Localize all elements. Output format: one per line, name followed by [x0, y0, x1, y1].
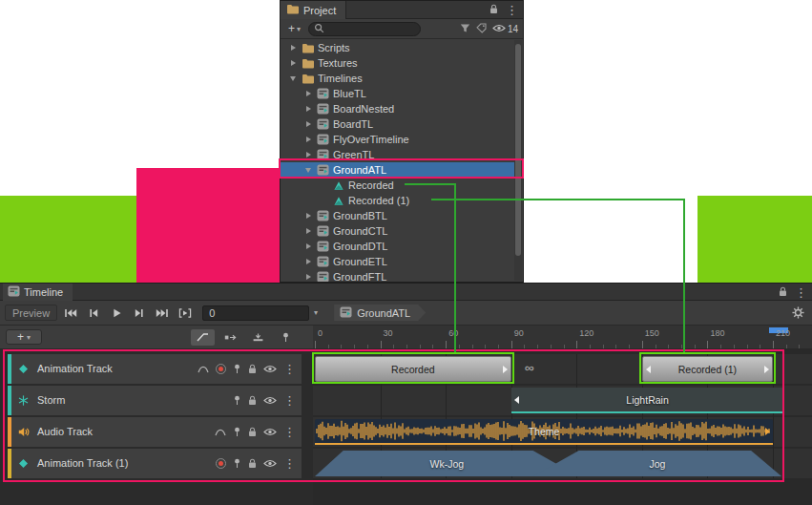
kebab-menu-icon[interactable]: ⋮ — [506, 4, 518, 16]
eye-icon[interactable] — [263, 396, 277, 405]
pin-icon[interactable] — [233, 458, 241, 469]
expand-arrow[interactable] — [303, 91, 313, 96]
frame-field[interactable]: 0 — [202, 305, 309, 321]
tree-item-boardnested[interactable]: BoardNested — [281, 101, 514, 116]
lock-icon[interactable] — [248, 395, 257, 406]
track-header-animation-track[interactable]: Animation Track⋮ — [8, 354, 302, 384]
tree-item-boardtl[interactable]: BoardTL — [281, 116, 514, 132]
marker-pin-button[interactable] — [274, 329, 298, 346]
tree-item-recorded-1[interactable]: Recorded (1) — [281, 193, 514, 208]
play-range-button[interactable] — [174, 305, 197, 322]
collapse-arrow[interactable] — [303, 168, 313, 173]
clip-recorded[interactable]: Recorded — [315, 356, 511, 382]
tree-item-groundftl[interactable]: GroundFTL — [281, 269, 514, 282]
mix-mode-button[interactable] — [191, 329, 215, 346]
ruler-tick — [576, 341, 577, 348]
expand-arrow[interactable] — [303, 213, 313, 219]
time-ruler[interactable]: 0306090120150180210 — [313, 326, 812, 349]
clip-recorded-1[interactable]: Recorded (1) — [642, 356, 773, 382]
previous-frame-button[interactable] — [82, 305, 105, 322]
go-to-start-button[interactable] — [59, 305, 82, 322]
search-by-label-icon[interactable] — [476, 23, 487, 35]
expand-arrow[interactable] — [288, 60, 298, 66]
eye-icon[interactable] — [263, 365, 277, 373]
tree-item-scripts[interactable]: Scripts — [281, 40, 514, 55]
kebab-menu-icon[interactable]: ⋮ — [283, 426, 296, 438]
add-track-button[interactable]: + ▾ — [6, 329, 42, 345]
track-header-storm[interactable]: Storm⋮ — [8, 386, 302, 415]
clip-theme[interactable]: Theme — [315, 419, 773, 445]
go-to-end-button[interactable] — [151, 305, 174, 322]
next-frame-button[interactable] — [128, 305, 151, 322]
timeline-asset-icon — [340, 306, 352, 320]
tree-item-recorded[interactable]: Recorded — [281, 178, 514, 193]
expand-arrow[interactable] — [303, 259, 313, 264]
tree-item-timelines[interactable]: Timelines — [281, 71, 514, 86]
ruler-label: 210 — [776, 328, 790, 338]
pin-icon[interactable] — [233, 395, 241, 406]
kebab-menu-icon[interactable]: ⋮ — [283, 363, 296, 375]
track-header-animation-track-1[interactable]: Animation Track (1)⋮ — [8, 449, 302, 478]
tree-item-greentl[interactable]: GreenTL — [281, 147, 514, 162]
record-icon[interactable] — [216, 458, 226, 469]
kebab-menu-icon[interactable]: ⋮ — [283, 394, 296, 407]
tree-item-grounddtl[interactable]: GroundDTL — [281, 239, 514, 254]
expand-arrow[interactable] — [303, 137, 313, 142]
scrollbar-thumb[interactable] — [515, 44, 521, 256]
kebab-menu-icon[interactable]: ⋮ — [795, 286, 807, 299]
tree-item-groundatl[interactable]: GroundATL — [281, 162, 514, 178]
pin-icon[interactable] — [233, 364, 241, 374]
timeline-icon — [316, 134, 330, 146]
tree-item-flyovertimeline[interactable]: FlyOverTimeline — [281, 132, 514, 147]
expand-arrow[interactable] — [303, 152, 313, 158]
replace-mode-button[interactable] — [246, 329, 270, 346]
eye-icon[interactable] — [263, 428, 277, 436]
expand-arrow[interactable] — [303, 121, 313, 127]
clip-jog[interactable]: Jog — [533, 451, 782, 476]
record-icon[interactable] — [216, 364, 226, 374]
lock-icon[interactable] — [489, 4, 498, 16]
lock-icon[interactable] — [248, 427, 257, 437]
tree-item-groundetl[interactable]: GroundETL — [281, 254, 514, 269]
kebab-menu-icon[interactable]: ⋮ — [283, 457, 296, 470]
lock-icon[interactable] — [779, 286, 787, 299]
ripple-mode-button[interactable] — [219, 329, 242, 346]
ruler-tick — [393, 345, 394, 348]
ruler-tick — [498, 345, 499, 348]
ruler-tick — [603, 345, 604, 348]
pin-icon[interactable] — [233, 427, 241, 437]
expand-arrow[interactable] — [303, 243, 313, 249]
tree-item-label: Recorded — [348, 179, 394, 191]
tab-timeline[interactable]: Timeline — [3, 284, 73, 301]
tree-item-groundbtl[interactable]: GroundBTL — [281, 208, 514, 223]
clip-lightrain[interactable]: LightRain — [511, 388, 784, 413]
tree-item-bluetl[interactable]: BlueTL — [281, 86, 514, 101]
preview-button[interactable]: Preview — [5, 305, 57, 321]
collapse-arrow[interactable] — [288, 76, 298, 81]
search-box[interactable] — [308, 22, 421, 36]
add-asset-button[interactable]: + ▾ — [285, 22, 303, 35]
track-header-audio-track[interactable]: Audio Track⋮ — [8, 417, 302, 447]
eye-icon[interactable] — [263, 459, 277, 468]
expand-arrow[interactable] — [303, 274, 313, 280]
search-input[interactable] — [327, 24, 411, 34]
curves-icon[interactable] — [198, 365, 209, 373]
project-scrollbar[interactable] — [514, 40, 522, 281]
tree-item-textures[interactable]: Textures — [281, 55, 514, 71]
lock-icon[interactable] — [248, 458, 257, 469]
expand-arrow[interactable] — [303, 106, 313, 112]
right-trim-arrow — [765, 428, 770, 435]
breadcrumb[interactable]: GroundATL — [334, 305, 426, 321]
tree-item-groundctl[interactable]: GroundCTL — [281, 223, 514, 239]
tab-project[interactable]: Project — [281, 1, 346, 19]
expand-arrow[interactable] — [288, 45, 298, 51]
lock-icon[interactable] — [248, 364, 257, 374]
expand-arrow[interactable] — [303, 228, 313, 234]
frame-dropdown[interactable]: ▾ — [309, 308, 323, 317]
settings-gear-icon[interactable] — [792, 306, 804, 319]
curves-icon[interactable] — [215, 428, 226, 436]
hidden-count-toggle[interactable]: 14 — [492, 24, 518, 34]
play-button[interactable] — [105, 305, 128, 322]
search-by-type-icon[interactable] — [460, 23, 470, 35]
ruler-tick — [681, 345, 682, 348]
